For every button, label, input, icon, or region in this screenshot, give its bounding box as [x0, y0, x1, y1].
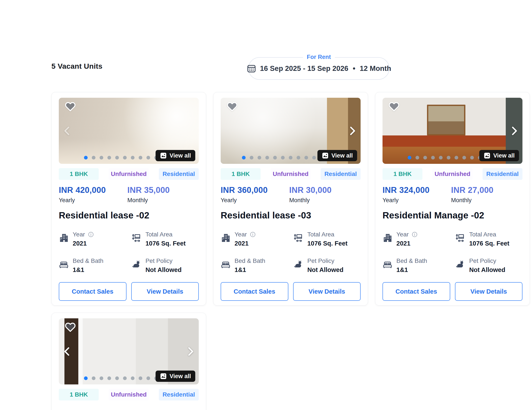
- view-all-button[interactable]: View all: [479, 150, 519, 161]
- favorite-button[interactable]: [388, 101, 400, 112]
- carousel-dot[interactable]: [146, 156, 150, 159]
- carousel-dot[interactable]: [146, 376, 150, 380]
- monthly-price: INR 27,000 Monthly: [451, 185, 520, 204]
- carousel-dot[interactable]: [92, 376, 95, 380]
- bed-icon: [221, 259, 231, 269]
- feature-total-area: Total Area 1076 Sq. Feet: [455, 231, 522, 247]
- carousel-dot[interactable]: [462, 156, 466, 159]
- carousel-dot[interactable]: [257, 156, 261, 159]
- carousel-dot[interactable]: [250, 156, 253, 159]
- info-icon[interactable]: [88, 231, 94, 238]
- building-icon: [59, 233, 69, 243]
- carousel-dot[interactable]: [470, 156, 474, 159]
- view-all-button[interactable]: View all: [156, 371, 195, 382]
- carousel-dot[interactable]: [131, 156, 134, 159]
- carousel-dot[interactable]: [139, 376, 142, 380]
- view-details-button[interactable]: View Details: [293, 282, 361, 301]
- favorite-button[interactable]: [65, 101, 76, 112]
- cat-icon: [455, 259, 465, 269]
- view-all-label: View all: [170, 152, 191, 159]
- carousel-dot[interactable]: [439, 156, 443, 159]
- carousel-dot[interactable]: [265, 156, 269, 159]
- property-card: View all 1 BHK Unfurnished Residential I…: [375, 92, 530, 306]
- view-details-button[interactable]: View Details: [455, 282, 523, 301]
- price-row: INR 324,000 Yearly INR 27,000 Monthly: [382, 185, 522, 204]
- calendar-icon: [247, 64, 256, 73]
- property-photo-carousel[interactable]: View all: [59, 98, 199, 164]
- carousel-next-button[interactable]: [508, 125, 520, 137]
- rent-period-pill[interactable]: For Rent 16 Sep 2025 - 15 Sep 2026 • 12 …: [248, 57, 390, 80]
- carousel-dot[interactable]: [273, 156, 277, 159]
- card-actions: Contact Sales View Details: [59, 282, 199, 301]
- carousel-dot[interactable]: [107, 376, 111, 380]
- carousel-dot[interactable]: [408, 156, 411, 159]
- heart-icon: [65, 322, 76, 333]
- carousel-prev-button[interactable]: [61, 346, 73, 357]
- carousel-next-button[interactable]: [184, 346, 197, 357]
- yearly-price: INR 324,000 Yearly: [382, 185, 451, 204]
- info-icon[interactable]: [249, 231, 256, 238]
- favorite-button[interactable]: [65, 322, 76, 333]
- monthly-label: Monthly: [289, 197, 358, 204]
- contact-sales-button[interactable]: Contact Sales: [221, 282, 288, 301]
- carousel-dot[interactable]: [242, 156, 246, 159]
- carousel-dot[interactable]: [92, 156, 95, 159]
- feature-grid: Year 2021 Total Area 1076 Sq. Feet Bed &…: [382, 231, 522, 273]
- carousel-next-button[interactable]: [346, 125, 358, 137]
- monthly-price: INR 30,000 Monthly: [289, 185, 358, 204]
- yearly-label: Yearly: [221, 197, 289, 204]
- property-photo-carousel[interactable]: View all: [221, 98, 361, 164]
- feature-label: Bed & Bath: [396, 257, 427, 264]
- carousel-prev-button[interactable]: [61, 125, 73, 137]
- view-all-button[interactable]: View all: [156, 150, 195, 161]
- carousel-dot[interactable]: [84, 376, 88, 380]
- heart-icon: [388, 101, 400, 112]
- carousel-dot[interactable]: [115, 376, 119, 380]
- feature-value: 2021: [73, 240, 94, 247]
- carousel-dot[interactable]: [455, 156, 458, 159]
- carousel-dot[interactable]: [139, 156, 142, 159]
- carousel-dot[interactable]: [107, 156, 111, 159]
- feature-bed-bath: Bed & Bath 1&1: [59, 257, 132, 273]
- vacant-units-page: 5 Vacant Units For Rent 16 Sep 2025 - 15…: [0, 0, 532, 410]
- carousel-dot[interactable]: [100, 156, 103, 159]
- monthly-amount: INR 35,000: [127, 185, 196, 195]
- carousel-dot[interactable]: [312, 156, 316, 159]
- view-details-button[interactable]: View Details: [131, 282, 199, 301]
- carousel-dot[interactable]: [289, 156, 293, 159]
- carousel-dot[interactable]: [423, 156, 427, 159]
- property-photo-carousel[interactable]: View all: [382, 98, 522, 164]
- carousel-dot[interactable]: [447, 156, 450, 159]
- cat-icon: [132, 259, 142, 269]
- contact-sales-button[interactable]: Contact Sales: [382, 282, 450, 301]
- carousel-dot[interactable]: [297, 156, 300, 159]
- carousel-dot[interactable]: [115, 156, 119, 159]
- feature-pet-policy: Pet Policy Not Allowed: [293, 257, 361, 273]
- carousel-dot[interactable]: [304, 156, 308, 159]
- feature-value: 1076 Sq. Feet: [469, 240, 509, 247]
- feature-label: Year: [396, 231, 409, 238]
- property-photo-carousel[interactable]: View all: [59, 318, 199, 384]
- tag-property-type: Residential: [159, 168, 199, 180]
- chevron-left-icon: [61, 346, 73, 357]
- carousel-dot[interactable]: [416, 156, 419, 159]
- carousel-dot[interactable]: [100, 376, 103, 380]
- contact-sales-button[interactable]: Contact Sales: [59, 282, 126, 301]
- rent-separator-dot: •: [352, 64, 355, 72]
- yearly-price: INR 360,000 Yearly: [221, 185, 289, 204]
- favorite-button[interactable]: [226, 101, 238, 112]
- feature-label: Pet Policy: [469, 257, 496, 264]
- info-icon[interactable]: [411, 231, 418, 238]
- carousel-dot[interactable]: [281, 156, 285, 159]
- carousel-dot[interactable]: [123, 376, 127, 380]
- yearly-amount: INR 360,000: [221, 185, 289, 195]
- carousel-dot[interactable]: [84, 156, 88, 159]
- view-all-button[interactable]: View all: [317, 150, 357, 161]
- carousel-dot[interactable]: [431, 156, 435, 159]
- area-icon: [293, 233, 303, 243]
- carousel-dot[interactable]: [123, 156, 127, 159]
- feature-label: Pet Policy: [307, 257, 334, 264]
- feature-value: 1076 Sq. Feet: [307, 240, 347, 247]
- carousel-dot[interactable]: [131, 376, 134, 380]
- tag-property-type: Residential: [321, 168, 361, 180]
